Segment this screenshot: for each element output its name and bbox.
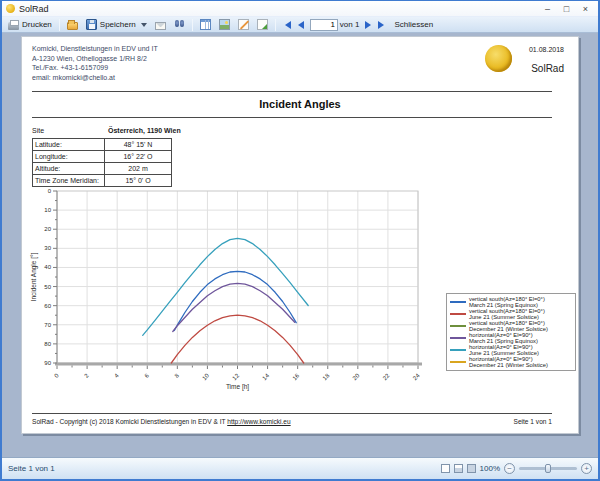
folder-icon (67, 22, 78, 30)
series-horizontal-march-21 (173, 283, 295, 331)
prev-page-button[interactable] (295, 18, 308, 31)
brand-label: SolRad (531, 63, 564, 74)
zoom-slider-thumb[interactable] (545, 464, 551, 473)
legend-label: vertical south(Az=180° El=0°)March 21 (S… (469, 296, 545, 308)
legend-item: vertical south(Az=180° El=0°)December 21… (450, 320, 572, 332)
legend-swatch (450, 337, 466, 339)
status-bar: Seite 1 von 1 100% − + (2, 457, 598, 479)
site-table: Latitude: 48° 15' N Longitude: 16° 22' O… (32, 138, 172, 187)
zoom-in-button[interactable]: + (581, 463, 592, 474)
layout-button[interactable] (197, 18, 214, 31)
x-tick-label: 0 (53, 372, 60, 379)
company-line: Tel./Fax. +43-1-6157099 (32, 63, 158, 73)
y-tick-label: 50 (44, 284, 51, 290)
row-label: Time Zone Meridian: (33, 175, 105, 186)
save-disk-icon (86, 19, 97, 30)
print-button-label: Drucken (22, 20, 52, 29)
site-label: Site (32, 127, 108, 134)
x-tick-label: 12 (231, 372, 240, 381)
close-preview-button[interactable]: Schliessen (391, 19, 436, 30)
save-button[interactable]: Speichern (83, 18, 150, 31)
legend-swatch (450, 325, 466, 327)
solrad-sun-logo (485, 45, 512, 72)
legend-label: vertical south(Az=180° El=0°)December 21… (469, 320, 548, 332)
row-label: Altitude: (33, 163, 105, 174)
footer-page-label: Seite 1 von 1 (514, 418, 553, 425)
table-row: Time Zone Meridian: 15° 0' O (33, 175, 171, 187)
triangle-right-icon (378, 21, 384, 29)
row-label: Longitude: (33, 151, 105, 162)
zoom-slider[interactable] (519, 467, 577, 470)
status-zoom-cluster: 100% − + (441, 463, 592, 474)
legend-label: horizontal(Az=0° El=90°)December 21 (Win… (469, 356, 548, 368)
triangle-left-icon (298, 21, 304, 29)
title-rule (32, 117, 552, 118)
open-button[interactable] (64, 19, 81, 31)
footer-url: http://www.komicki.eu (227, 418, 290, 425)
legend-label: horizontal(Az=0° El=90°)June 21 (Summer … (469, 344, 539, 356)
report-footer: SolRad - Copyright (c) 2018 Komicki Dien… (32, 418, 552, 425)
last-page-button[interactable] (376, 18, 389, 31)
y-axis-title: Incident Angle [°] (30, 252, 38, 301)
next-page-button[interactable] (361, 18, 374, 31)
minimize-button[interactable]: – (539, 3, 556, 15)
binoculars-icon (174, 19, 185, 30)
find-button[interactable] (171, 18, 188, 31)
toolbar-separator (275, 19, 276, 31)
legend-item: vertical south(Az=180° El=0°)March 21 (S… (450, 296, 572, 308)
export-button[interactable] (254, 18, 271, 31)
company-line: Komicki, Dienstleistungen in EDV und IT (32, 44, 158, 54)
legend-item: horizontal(Az=0° El=90°)June 21 (Summer … (450, 344, 572, 356)
zoom-percent-label: 100% (480, 464, 500, 473)
close-window-button[interactable]: × (577, 3, 594, 15)
status-page-label: Seite 1 von 1 (8, 464, 441, 473)
header-rule (32, 91, 552, 92)
multi-page-view-button[interactable] (454, 464, 463, 473)
print-button[interactable]: Drucken (5, 19, 55, 31)
table-grid-icon (200, 19, 211, 30)
close-preview-label: Schliessen (394, 20, 433, 29)
site-row: Site Österreich, 1190 Wien (32, 127, 181, 134)
edit-button[interactable] (235, 18, 252, 31)
x-tick-label: 24 (412, 372, 421, 381)
title-bar: SolRad – □ × (2, 1, 598, 16)
save-button-label: Speichern (100, 20, 136, 29)
row-label: Latitude: (33, 139, 105, 150)
email-button[interactable] (152, 19, 169, 31)
maximize-button[interactable]: □ (558, 3, 575, 15)
preview-toolbar: Drucken Speichern (2, 16, 598, 33)
watermark-button[interactable] (216, 18, 233, 31)
y-tick-label: 90 (44, 360, 51, 366)
x-tick-label: 6 (143, 372, 150, 379)
legend-item: horizontal(Az=0° El=90°)December 21 (Win… (450, 356, 572, 368)
solrad-window: SolRad – □ × Drucken Speichern (0, 0, 600, 481)
x-tick-label: 10 (201, 372, 210, 381)
preview-area[interactable]: Komicki, Dienstleistungen in EDV und IT … (2, 33, 598, 457)
y-tick-label: 0 (48, 188, 52, 194)
page-number-input[interactable] (310, 19, 338, 31)
toolbar-separator (59, 19, 60, 31)
row-value: 202 m (105, 165, 171, 172)
legend-swatch (450, 361, 466, 363)
legend-label: horizontal(Az=0° El=90°)March 21 (Spring… (469, 332, 538, 344)
company-line: A-1230 Wien, Othellogasse 1/RH 8/2 (32, 54, 158, 64)
x-tick-label: 22 (382, 372, 391, 381)
row-value: 15° 0' O (105, 177, 171, 184)
full-page-view-button[interactable] (467, 464, 476, 473)
page-title: Incident Angles (22, 98, 578, 110)
single-page-view-button[interactable] (441, 464, 450, 473)
chevron-down-icon[interactable] (141, 23, 147, 27)
x-tick-label: 20 (352, 372, 361, 381)
report-page: Komicki, Dienstleistungen in EDV und IT … (21, 36, 579, 434)
y-tick-label: 60 (44, 303, 51, 309)
row-value: 48° 15' N (105, 141, 171, 148)
table-row: Altitude: 202 m (33, 163, 171, 175)
legend-swatch (450, 301, 466, 303)
x-tick-label: 4 (113, 372, 120, 379)
x-axis-title: Time [h] (226, 383, 249, 391)
triangle-left-icon (285, 21, 291, 29)
y-tick-label: 40 (44, 264, 51, 270)
zoom-out-button[interactable]: − (504, 463, 515, 474)
x-tick-label: 18 (321, 372, 330, 381)
first-page-button[interactable] (280, 18, 293, 31)
